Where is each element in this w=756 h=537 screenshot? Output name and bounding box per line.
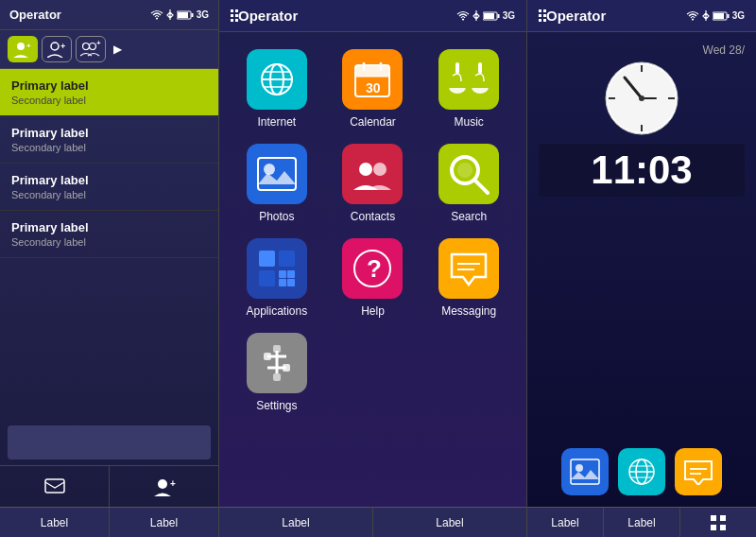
app-applications[interactable]: Applications	[229, 231, 325, 325]
svg-rect-42	[259, 270, 275, 286]
svg-rect-46	[287, 279, 295, 286]
label-bar-3: Label Label	[527, 507, 756, 537]
panel3-mini-apps	[527, 208, 756, 507]
list-primary-3: Primary label	[11, 220, 207, 234]
network-3g-2: 3G	[503, 10, 515, 21]
wifi-icon-1	[150, 9, 163, 21]
list-item-2[interactable]: Primary label Secondary label	[0, 164, 218, 211]
svg-point-11	[158, 479, 167, 489]
svg-rect-45	[279, 279, 286, 286]
svg-rect-82	[720, 525, 726, 530]
label-2-a[interactable]: Label	[219, 508, 373, 537]
svg-text:+: +	[170, 478, 176, 489]
svg-line-38	[474, 180, 488, 193]
status-icons-1: 3G	[150, 9, 209, 21]
svg-text:?: ?	[367, 254, 382, 283]
label-bar-2: Label Label	[219, 507, 526, 537]
svg-rect-57	[283, 364, 290, 372]
network-3g-3: 3G	[732, 10, 745, 21]
svg-point-69	[639, 95, 644, 101]
applications-icon	[247, 238, 307, 299]
bt-icon-3	[702, 9, 710, 22]
svg-rect-60	[713, 13, 724, 19]
mini-internet[interactable]	[618, 448, 665, 495]
mini-photos[interactable]	[561, 448, 609, 495]
panel1-footer: + Label Label	[0, 420, 218, 537]
svg-rect-44	[287, 270, 295, 278]
app-grid: Internet 30 Calendar	[219, 32, 526, 507]
panel-1: operator 3G +	[0, 0, 219, 537]
contacts-icon	[342, 144, 403, 204]
svg-rect-80	[720, 515, 726, 521]
svg-rect-22	[355, 65, 389, 77]
list-item-0[interactable]: Primary label Secondary label	[0, 69, 218, 116]
label-3-b[interactable]: Label	[604, 508, 680, 537]
svg-rect-70	[571, 459, 599, 484]
label-1-a[interactable]: Label	[0, 508, 110, 537]
svg-rect-32	[478, 62, 482, 74]
contact-list: Primary label Secondary label Primary la…	[0, 69, 218, 420]
svg-rect-81	[711, 525, 716, 530]
photos-label: Photos	[259, 210, 294, 223]
bt-icon-1	[166, 9, 174, 21]
contact-btn-3[interactable]: +	[76, 36, 106, 62]
app-photos[interactable]: Photos	[229, 136, 325, 231]
mini-messaging[interactable]	[675, 448, 722, 495]
grid-toggle-btn[interactable]	[680, 508, 756, 537]
calendar-icon: 30	[342, 49, 403, 110]
app-music[interactable]: Music	[421, 42, 517, 136]
svg-point-8	[90, 43, 96, 50]
app-internet[interactable]: Internet	[229, 42, 325, 136]
svg-point-36	[373, 163, 387, 176]
svg-text:+: +	[26, 42, 31, 50]
add-contact-btn[interactable]: +	[8, 36, 38, 62]
panel1-action-bar: + + + ▶	[0, 30, 218, 69]
chevron-right-icon: ▶	[113, 43, 122, 56]
svg-rect-41	[279, 251, 295, 267]
svg-rect-79	[711, 515, 716, 521]
contacts-label: Contacts	[351, 210, 395, 223]
svg-text:+: +	[60, 42, 65, 51]
list-item-1[interactable]: Primary label Secondary label	[0, 116, 218, 164]
svg-rect-14	[497, 14, 499, 18]
digital-clock: 11:03	[539, 144, 745, 197]
label-1-b[interactable]: Label	[110, 508, 218, 537]
svg-point-71	[576, 464, 583, 472]
svg-rect-1	[191, 13, 193, 17]
svg-rect-56	[264, 353, 271, 360]
panel-3: Operator 3G Wed 28/	[527, 0, 756, 537]
svg-point-3	[17, 43, 25, 50]
app-messaging[interactable]: Messaging	[421, 231, 517, 325]
label-3-a[interactable]: Label	[527, 508, 604, 537]
app-help[interactable]: ? Help	[325, 231, 421, 325]
svg-point-34	[264, 164, 275, 175]
messaging-icon	[438, 238, 499, 299]
app-contacts[interactable]: Contacts	[325, 136, 421, 231]
search-bar-1[interactable]	[8, 425, 211, 459]
network-3g-1: 3G	[197, 9, 209, 20]
svg-rect-15	[484, 13, 494, 19]
calendar-label: Calendar	[350, 115, 396, 129]
panel3-title: Operator	[546, 8, 606, 24]
contact-btn-2[interactable]: +	[42, 36, 72, 62]
app-search[interactable]: Search	[421, 136, 517, 231]
grid-lines-icon-3	[539, 9, 546, 22]
list-item-3[interactable]: Primary label Secondary label	[0, 211, 218, 258]
status-icons-2: 3G	[456, 9, 515, 22]
list-secondary-0: Secondary label	[11, 95, 207, 106]
add-person-tab[interactable]: +	[110, 466, 218, 507]
app-settings[interactable]: Settings	[229, 325, 325, 420]
svg-rect-10	[45, 479, 64, 493]
app-calendar[interactable]: 30 Calendar	[325, 42, 421, 136]
svg-point-7	[83, 43, 90, 50]
label-2-b[interactable]: Label	[373, 508, 526, 537]
settings-label: Settings	[256, 399, 297, 412]
bt-icon-2	[472, 9, 480, 22]
battery-icon-2	[483, 11, 500, 21]
panel1-header: operator 3G	[0, 0, 218, 30]
message-tab[interactable]	[0, 466, 110, 507]
list-primary-0: Primary label	[11, 78, 207, 93]
search-icon	[438, 144, 499, 204]
applications-label: Applications	[246, 304, 307, 318]
list-secondary-2: Secondary label	[11, 189, 207, 200]
